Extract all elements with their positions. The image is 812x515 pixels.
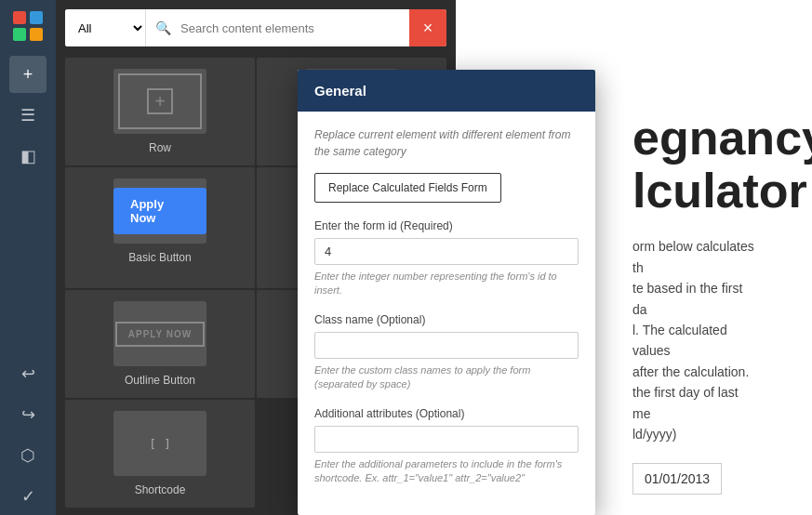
sidebar-item-undo[interactable]: ↩ xyxy=(9,355,47,392)
sidebar-item-confirm[interactable]: ✓ xyxy=(9,478,47,515)
sidebar: + ☰ ◧ ↩ ↪ ⬡ ✓ xyxy=(0,0,56,515)
shortcode-label: Shortcode xyxy=(135,483,186,496)
bg-date: 01/01/2013 xyxy=(632,463,722,495)
redo-icon: ↪ xyxy=(21,404,35,425)
layers-icon: ☰ xyxy=(20,105,35,125)
modal-body: Replace current element with different e… xyxy=(298,112,595,515)
class-name-input[interactable] xyxy=(314,332,579,359)
sidebar-item-elements[interactable]: ⬡ xyxy=(9,437,47,474)
form-id-label: Enter the form id (Required) xyxy=(314,219,579,232)
modal-description: Replace current element with different e… xyxy=(314,126,579,160)
class-name-label: Class name (Optional) xyxy=(314,313,579,326)
close-icon: × xyxy=(423,19,433,38)
form-id-hint: Enter the integer number representing th… xyxy=(314,270,579,298)
bg-text: orm below calculates th te based in the … xyxy=(632,236,756,444)
form-id-group: Enter the form id (Required) Enter the i… xyxy=(314,219,579,298)
additional-attrs-label: Additional attributes (Optional) xyxy=(314,407,579,420)
basic-button-label: Basic Button xyxy=(128,251,191,264)
svg-rect-3 xyxy=(30,28,43,41)
search-input[interactable] xyxy=(180,9,409,46)
close-button[interactable]: × xyxy=(409,9,446,46)
row-preview: + xyxy=(113,69,206,134)
element-outline-button[interactable]: APPLY NOW Outline Button xyxy=(65,290,255,398)
basic-button-preview: Apply Now xyxy=(113,178,206,244)
category-select[interactable]: All Basic Content Form xyxy=(65,9,146,46)
modal-title: General xyxy=(314,83,366,99)
search-bar: All Basic Content Form 🔍 × xyxy=(65,9,446,46)
class-name-hint: Enter the custom class names to apply th… xyxy=(314,363,579,392)
sidebar-logo xyxy=(11,9,45,43)
form-id-input[interactable] xyxy=(314,238,579,265)
row-label: Row xyxy=(149,141,171,154)
svg-rect-0 xyxy=(13,11,26,24)
search-icon: 🔍 xyxy=(146,20,180,35)
modal-header: General xyxy=(298,70,595,112)
shortcode-preview: [ ] xyxy=(113,411,206,476)
sidebar-item-add[interactable]: + xyxy=(9,56,47,93)
svg-rect-1 xyxy=(30,11,43,24)
class-name-group: Class name (Optional) Enter the custom c… xyxy=(314,313,579,392)
svg-rect-2 xyxy=(13,28,26,41)
checkmark-icon: ✓ xyxy=(21,486,35,507)
undo-icon: ↩ xyxy=(21,363,35,384)
elements-icon: ⬡ xyxy=(20,445,35,466)
element-row[interactable]: + Row xyxy=(65,58,255,165)
element-shortcode[interactable]: [ ] Shortcode xyxy=(65,400,255,508)
sidebar-item-modules[interactable]: ◧ xyxy=(9,138,47,175)
additional-attrs-input[interactable] xyxy=(314,426,579,453)
sidebar-item-layers[interactable]: ☰ xyxy=(9,97,47,134)
replace-button[interactable]: Replace Calculated Fields Form xyxy=(314,173,501,203)
element-basic-button[interactable]: Apply Now Basic Button xyxy=(65,167,255,288)
modal: General Replace current element with dif… xyxy=(298,70,595,515)
bg-title: egnancy lculator xyxy=(632,112,756,218)
outline-button-preview: APPLY NOW xyxy=(113,301,206,366)
outline-button-label: Outline Button xyxy=(125,374,195,387)
additional-attrs-group: Additional attributes (Optional) Enter t… xyxy=(314,407,579,486)
modules-icon: ◧ xyxy=(20,146,36,166)
additional-attrs-hint: Enter the additional parameters to inclu… xyxy=(314,457,579,486)
plus-icon: + xyxy=(23,65,33,85)
sidebar-item-redo[interactable]: ↪ xyxy=(9,396,47,433)
